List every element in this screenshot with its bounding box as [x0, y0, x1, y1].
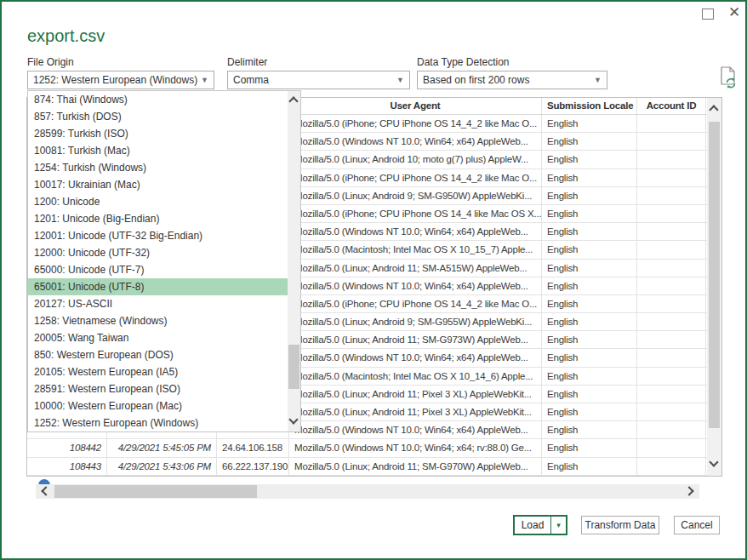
table-cell-account: [637, 421, 706, 438]
encoding-option[interactable]: 1258: Vietnamese (Windows): [28, 312, 288, 329]
data-type-detection-select[interactable]: Based on first 200 rows ▼: [417, 71, 607, 89]
table-cell-locale: English: [542, 205, 637, 222]
table-cell-locale: English: [542, 331, 637, 348]
load-options-arrow-icon[interactable]: ▾: [550, 517, 566, 534]
dialog-title: export.csv: [27, 26, 105, 46]
data-type-detection-label: Data Type Detection: [417, 56, 510, 68]
table-cell-locale: English: [542, 458, 637, 475]
encoding-option[interactable]: 857: Turkish (DOS): [28, 108, 288, 125]
delimiter-label: Delimiter: [227, 56, 267, 68]
table-cell-ip: 24.64.106.158: [217, 439, 289, 456]
table-cell-locale: English: [542, 386, 637, 403]
table-row[interactable]: 1084424/29/2021 5:45:05 PM24.64.106.158M…: [27, 439, 721, 457]
table-cell-account: [637, 223, 706, 240]
encoding-option[interactable]: 10000: Western European (Mac): [28, 397, 288, 414]
file-origin-dropdown-list: 874: Thai (Windows)857: Turkish (DOS)285…: [27, 90, 301, 432]
scroll-down-icon[interactable]: [288, 414, 298, 424]
horizontal-scrollbar[interactable]: [36, 484, 699, 499]
encoding-option[interactable]: 10017: Ukrainian (Mac): [28, 176, 288, 193]
table-cell-account: [637, 169, 706, 186]
encoding-option[interactable]: 65001: Unicode (UTF-8): [28, 278, 288, 295]
table-cell-account: [637, 458, 706, 475]
load-button[interactable]: Load: [515, 517, 550, 534]
table-cell-account: [637, 295, 706, 312]
table-cell-ua: Mozilla/5.0 (Windows NT 10.0; Win64; x64…: [289, 277, 542, 294]
close-icon[interactable]: ✕: [725, 3, 744, 23]
encoding-option[interactable]: 20005: Wang Taiwan: [28, 329, 288, 346]
table-row[interactable]: 1084434/29/2021 5:43:06 PM66.222.137.190…: [27, 458, 721, 476]
table-cell-account: [637, 260, 706, 277]
encoding-option[interactable]: 28599: Turkish (ISO): [28, 125, 288, 142]
transform-data-button[interactable]: Transform Data: [581, 516, 659, 534]
chevron-down-icon: ▼: [201, 71, 208, 89]
table-cell-locale: English: [542, 295, 637, 312]
column-header[interactable]: Account ID: [637, 98, 706, 114]
table-cell-locale: English: [542, 223, 637, 240]
encoding-option[interactable]: 12000: Unicode (UTF-32): [28, 244, 288, 261]
table-cell-ua: Mozilla/5.0 (Windows NT 10.0; Win64; x64…: [289, 223, 542, 240]
table-cell-account: [637, 115, 706, 132]
encoding-option[interactable]: 20127: US-ASCII: [28, 295, 288, 312]
scroll-down-icon[interactable]: [709, 457, 718, 466]
cancel-button[interactable]: Cancel: [674, 516, 720, 534]
encoding-option[interactable]: 10081: Turkish (Mac): [28, 142, 288, 159]
encoding-option[interactable]: 20105: Western European (IA5): [28, 363, 288, 380]
table-cell-locale: English: [542, 368, 637, 385]
encoding-option[interactable]: 1200: Unicode: [28, 193, 288, 210]
file-origin-value: 1252: Western European (Windows): [33, 74, 197, 86]
encoding-option[interactable]: 874: Thai (Windows): [28, 91, 288, 108]
encoding-option[interactable]: 28591: Western European (ISO): [28, 380, 288, 397]
table-cell-ip: 66.222.137.190: [217, 458, 289, 475]
encoding-option[interactable]: 65000: Unicode (UTF-7): [28, 261, 288, 278]
table-cell-account: [637, 439, 706, 456]
table-cell-account: [637, 241, 706, 258]
encoding-option[interactable]: 12001: Unicode (UTF-32 Big-Endian): [28, 227, 288, 244]
vertical-scrollbar[interactable]: [707, 98, 721, 476]
scroll-left-icon[interactable]: [41, 486, 50, 495]
table-cell-ua: Mozilla/5.0 (Linux; Android 11; SM-A515W…: [289, 260, 542, 277]
table-cell-locale: English: [542, 421, 637, 438]
table-cell-ua: Mozilla/5.0 (Linux; Android 9; SM-G950W)…: [289, 187, 542, 204]
scroll-right-icon[interactable]: [684, 486, 693, 495]
delimiter-select[interactable]: Comma ▼: [227, 71, 410, 89]
table-cell-ua: Mozilla/5.0 (Macintosh; Intel Mac OS X 1…: [289, 368, 542, 385]
encoding-option[interactable]: 850: Western European (DOS): [28, 346, 288, 363]
table-cell-ua: Mozilla/5.0 (Linux; Android 11; SM-G970W…: [289, 458, 542, 475]
table-cell-locale: English: [542, 169, 637, 186]
table-cell-date: 4/29/2021 5:45:05 PM: [107, 439, 217, 456]
table-cell-locale: English: [542, 313, 637, 330]
vertical-scrollbar-thumb[interactable]: [709, 122, 720, 428]
table-cell-locale: English: [542, 277, 637, 294]
table-cell-ua: Mozilla/5.0 (Linux; Android 11; SM-G973W…: [289, 331, 542, 348]
column-header[interactable]: Submission Locale: [542, 98, 637, 114]
csv-import-dialog: ✕ export.csv File Origin Delimiter Data …: [0, 0, 747, 560]
encoding-option[interactable]: 1201: Unicode (Big-Endian): [28, 210, 288, 227]
encoding-option[interactable]: 1254: Turkish (Windows): [28, 159, 288, 176]
table-cell-date: 4/29/2021 5:43:06 PM: [107, 458, 217, 475]
refresh-preview-icon[interactable]: [718, 66, 737, 89]
data-type-detection-value: Based on first 200 rows: [423, 74, 529, 86]
file-origin-select[interactable]: 1252: Western European (Windows) ▼: [27, 71, 214, 89]
table-cell-ua: Mozilla/5.0 (Linux; Android 11; Pixel 3 …: [289, 403, 542, 420]
table-cell-ua: Mozilla/5.0 (Windows NT 10.0; Win64; x64…: [289, 421, 542, 438]
scroll-up-icon[interactable]: [709, 105, 718, 114]
table-cell-ua: Mozilla/5.0 (iPhone; CPU iPhone OS 14_4_…: [289, 115, 542, 132]
table-cell-locale: English: [542, 260, 637, 277]
load-split-button[interactable]: Load ▾: [513, 515, 567, 535]
maximize-button[interactable]: [702, 9, 714, 20]
column-header[interactable]: User Agent: [289, 98, 542, 114]
table-cell-account: [637, 386, 706, 403]
scroll-up-icon[interactable]: [288, 96, 298, 106]
table-cell-account: [637, 205, 706, 222]
table-cell-ua: Mozilla/5.0 (Linux; Android 10; moto g(7…: [289, 151, 542, 168]
delimiter-value: Comma: [233, 74, 269, 86]
encoding-option[interactable]: 1252: Western European (Windows): [28, 414, 288, 431]
chevron-down-icon: ▼: [594, 71, 602, 89]
dropdown-scrollbar-thumb[interactable]: [288, 345, 299, 389]
table-cell-account: [637, 349, 706, 366]
table-cell-num: 108443: [27, 458, 107, 475]
file-origin-label: File Origin: [27, 56, 74, 68]
dropdown-scrollbar[interactable]: [288, 91, 300, 431]
horizontal-scrollbar-thumb[interactable]: [54, 485, 257, 498]
table-cell-account: [637, 331, 706, 348]
